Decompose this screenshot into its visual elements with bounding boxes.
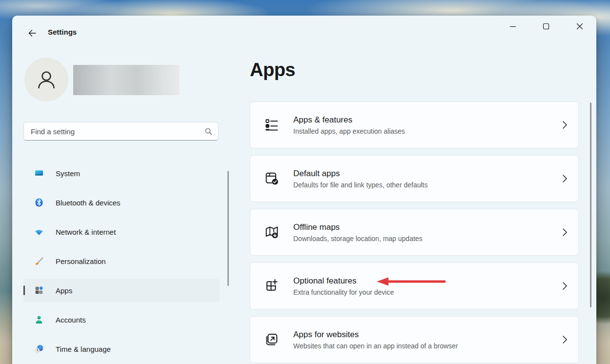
offline-maps-icon xyxy=(264,224,280,240)
card-apps-for-websites[interactable]: Apps for websites Websites that can open… xyxy=(250,316,579,363)
chevron-right-icon xyxy=(561,173,569,184)
sidebar-item-label: Time & language xyxy=(56,345,111,353)
card-text: Default apps Defaults for file and link … xyxy=(293,169,427,189)
apps-for-websites-icon xyxy=(264,332,280,347)
apps-icon xyxy=(34,285,44,295)
search-input[interactable] xyxy=(24,122,218,140)
sidebar-scrollbar[interactable] xyxy=(227,171,229,286)
avatar xyxy=(24,58,68,101)
minimize-icon xyxy=(509,23,516,30)
sidebar-item-bluetooth[interactable]: Bluetooth & devices xyxy=(23,191,220,214)
window-title: Settings xyxy=(48,28,77,36)
search-box xyxy=(23,122,219,141)
user-icon xyxy=(35,68,58,91)
sidebar-item-label: Bluetooth & devices xyxy=(56,199,121,207)
card-subtitle: Downloads, storage location, map updates xyxy=(293,235,423,243)
card-subtitle: Defaults for file and link types, other … xyxy=(293,181,427,189)
maximize-button[interactable] xyxy=(535,16,557,37)
card-title: Offline maps xyxy=(293,222,423,232)
card-text: Apps for websites Websites that can open… xyxy=(293,330,458,350)
card-subtitle: Websites that can open in an app instead… xyxy=(293,342,458,350)
sidebar-item-label: Network & internet xyxy=(56,228,116,236)
sidebar-item-label: Accounts xyxy=(56,316,86,324)
card-apps-and-features[interactable]: Apps & features Installed apps, app exec… xyxy=(250,101,579,148)
card-title: Apps & features xyxy=(293,115,405,125)
system-icon xyxy=(34,168,44,178)
minimize-button[interactable] xyxy=(502,16,524,37)
card-offline-maps[interactable]: Offline maps Downloads, storage location… xyxy=(250,209,579,256)
personalization-icon xyxy=(34,256,44,266)
page-title: Apps xyxy=(250,60,295,81)
close-button[interactable] xyxy=(569,16,591,37)
back-button[interactable] xyxy=(24,25,41,41)
sidebar-item-time-language[interactable]: Time & language xyxy=(23,337,220,361)
chevron-right-icon xyxy=(561,281,569,291)
sidebar-item-system[interactable]: System xyxy=(23,162,220,185)
close-icon xyxy=(576,23,583,30)
sidebar-item-network[interactable]: Network & internet xyxy=(23,220,220,243)
settings-window: Settings xyxy=(12,16,596,364)
apps-features-icon xyxy=(264,117,280,133)
user-name-blurred xyxy=(73,65,180,95)
card-subtitle: Extra functionality for your device xyxy=(293,288,394,296)
sidebar-item-label: Apps xyxy=(56,286,72,295)
card-title: Default apps xyxy=(293,169,427,179)
accounts-icon xyxy=(34,315,44,324)
chevron-right-icon xyxy=(561,334,569,345)
network-icon xyxy=(34,227,44,237)
bluetooth-icon xyxy=(34,198,44,207)
sidebar-item-label: System xyxy=(56,169,80,178)
card-optional-features[interactable]: Optional features Extra functionality fo… xyxy=(250,263,579,309)
maximize-icon xyxy=(543,23,549,30)
sidebar-item-personalization[interactable]: Personalization xyxy=(23,249,220,273)
optional-features-icon xyxy=(264,278,280,294)
time-language-icon xyxy=(34,344,44,354)
card-default-apps[interactable]: Default apps Defaults for file and link … xyxy=(250,155,579,202)
default-apps-icon xyxy=(264,171,280,186)
chevron-right-icon xyxy=(561,120,569,130)
sidebar-item-label: Personalization xyxy=(56,257,106,265)
back-arrow-icon xyxy=(27,28,37,38)
search-icon xyxy=(204,127,213,136)
sidebar-nav: System Bluetooth & devices Network & int… xyxy=(23,162,220,364)
chevron-right-icon xyxy=(561,227,569,238)
main-scrollbar[interactable] xyxy=(590,102,591,307)
card-text: Optional features Extra functionality fo… xyxy=(293,276,394,296)
card-subtitle: Installed apps, app execution aliases xyxy=(293,127,405,135)
sidebar-item-accounts[interactable]: Accounts xyxy=(23,308,220,331)
card-title: Optional features xyxy=(293,276,394,286)
card-title: Apps for websites xyxy=(293,330,458,340)
card-text: Apps & features Installed apps, app exec… xyxy=(293,115,405,135)
settings-card-list: Apps & features Installed apps, app exec… xyxy=(250,101,579,364)
sidebar-item-apps[interactable]: Apps xyxy=(23,279,220,302)
card-text: Offline maps Downloads, storage location… xyxy=(293,222,423,243)
